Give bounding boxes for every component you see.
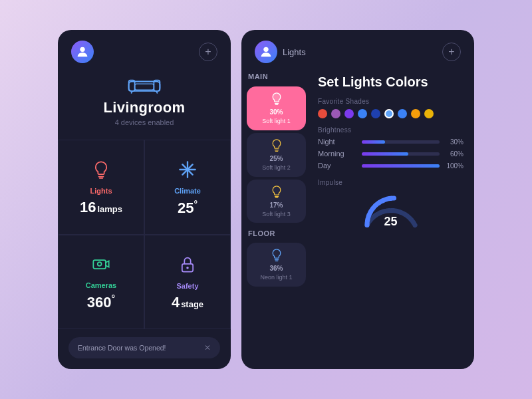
color-dot-5[interactable] — [384, 109, 394, 118]
bulb-active-icon — [270, 92, 283, 106]
color-dot-4[interactable] — [371, 109, 380, 118]
safety-value: 4stage — [172, 294, 203, 311]
bulb-soft2-icon — [270, 138, 283, 153]
room-icon-area: Livingroom 4 devices enabled — [58, 68, 231, 130]
lights-cell[interactable]: Lights 16lamps — [58, 140, 144, 235]
right-body: Main 30% Soft light 1 — [241, 70, 474, 369]
brightness-morning-label: Morning — [318, 150, 356, 158]
brightness-night-label: Night — [318, 138, 356, 146]
climate-label: Climate — [174, 187, 201, 195]
soft1-name: Soft light 1 — [262, 118, 291, 125]
impulse-label: Impulse — [318, 179, 464, 186]
main-section-title: Main — [247, 72, 306, 80]
brightness-day: Day 100% — [318, 162, 464, 170]
lights-label: Lights — [90, 187, 112, 195]
right-card: Lights + Main 30% Soft light 1 — [241, 30, 474, 369]
color-dot-1[interactable] — [331, 109, 340, 118]
brightness-section: Brightness Night 30% Morning — [318, 126, 464, 170]
favorite-shades-label: Favorite Shades — [318, 98, 464, 105]
add-button-right[interactable]: + — [442, 43, 461, 61]
svg-point-0 — [80, 47, 84, 52]
svg-point-13 — [186, 168, 190, 171]
right-header-left: Lights — [255, 41, 306, 63]
climate-value: 25° — [178, 199, 198, 217]
add-button-left[interactable]: + — [199, 43, 217, 61]
brightness-label: Brightness — [318, 126, 464, 134]
floor-section-title: Floor — [247, 229, 306, 237]
room-title: Livingroom — [104, 99, 186, 116]
soft1-pct: 30% — [269, 108, 283, 116]
climate-cell[interactable]: Climate 25° — [144, 140, 231, 235]
color-dot-8[interactable] — [424, 109, 434, 118]
neon1-pct: 36% — [269, 265, 283, 272]
brightness-list: Night 30% Morning 60% — [318, 138, 464, 170]
brightness-night: Night 30% — [318, 138, 464, 146]
svg-point-17 — [186, 267, 189, 269]
brightness-night-fill — [362, 140, 385, 144]
notification-bar: Entrance Door was Opened! ✕ — [68, 337, 220, 358]
brightness-morning-fill — [362, 152, 408, 156]
right-header: Lights + — [241, 30, 474, 70]
neon1-name: Neon light 1 — [260, 274, 292, 281]
app-container: + Livingroom 4 devices enabled — [58, 30, 474, 369]
soft3-pct: 17% — [269, 201, 283, 209]
brightness-night-bar — [362, 140, 440, 144]
room-subtitle: 4 devices enabled — [115, 118, 174, 126]
favorite-shades-section: Favorite Shades — [318, 98, 464, 118]
color-dots — [318, 109, 464, 118]
brightness-morning-pct: 60% — [445, 150, 464, 158]
cameras-cell[interactable]: Cameras 360° — [58, 235, 144, 330]
left-header: + — [58, 30, 231, 68]
color-dot-6[interactable] — [398, 109, 407, 118]
light-item-soft2[interactable]: 25% Soft light 2 — [247, 133, 306, 177]
cameras-value: 360° — [87, 293, 115, 311]
notification-close[interactable]: ✕ — [204, 343, 211, 352]
svg-point-18 — [263, 47, 268, 52]
right-header-label: Lights — [283, 47, 306, 57]
brightness-day-label: Day — [318, 162, 356, 170]
svg-rect-4 — [135, 84, 154, 90]
set-lights-panel: Set Lights Colors Favorite Shades — [311, 70, 474, 369]
notification-text: Entrance Door was Opened! — [78, 344, 166, 352]
brightness-night-pct: 30% — [445, 138, 464, 146]
brightness-day-bar — [362, 164, 440, 168]
light-item-soft3[interactable]: 17% Soft light 3 — [247, 180, 306, 223]
lock-icon — [178, 255, 197, 279]
camera-icon — [92, 255, 110, 278]
bulb-icon — [92, 160, 110, 184]
safety-cell[interactable]: Safety 4stage — [144, 235, 231, 330]
brightness-morning-bar — [362, 152, 440, 156]
sofa-icon — [126, 75, 162, 94]
bulb-soft3-icon — [270, 185, 283, 200]
lights-list: Main 30% Soft light 1 — [241, 70, 311, 369]
dial-value: 25 — [384, 215, 397, 229]
cameras-label: Cameras — [86, 281, 116, 289]
color-dot-7[interactable] — [411, 109, 420, 118]
brightness-day-fill — [362, 164, 440, 168]
soft2-pct: 25% — [269, 155, 283, 162]
soft2-name: Soft light 2 — [262, 164, 291, 172]
safety-label: Safety — [176, 282, 198, 290]
left-card: + Livingroom 4 devices enabled — [58, 30, 231, 369]
impulse-section: Impulse 25 — [318, 179, 464, 230]
brightness-morning: Morning 60% — [318, 150, 464, 158]
svg-rect-14 — [93, 260, 106, 269]
color-dot-0[interactable] — [318, 109, 327, 118]
brightness-day-pct: 100% — [445, 162, 464, 170]
avatar[interactable] — [71, 41, 94, 63]
light-item-soft1[interactable]: 30% Soft light 1 — [247, 86, 306, 130]
grid-controls: Lights 16lamps Climate — [58, 140, 231, 329]
svg-point-15 — [98, 262, 102, 266]
impulse-dial: 25 — [318, 190, 464, 230]
bulb-neon1-icon — [270, 248, 283, 263]
color-dot-2[interactable] — [344, 109, 354, 118]
light-item-neon1[interactable]: 36% Neon light 1 — [247, 243, 306, 287]
lights-value: 16lamps — [80, 199, 122, 216]
avatar-right[interactable] — [255, 41, 277, 63]
snowflake-icon — [178, 160, 197, 184]
set-lights-title: Set Lights Colors — [318, 74, 464, 90]
soft3-name: Soft light 3 — [262, 211, 291, 218]
color-dot-3[interactable] — [358, 109, 367, 118]
